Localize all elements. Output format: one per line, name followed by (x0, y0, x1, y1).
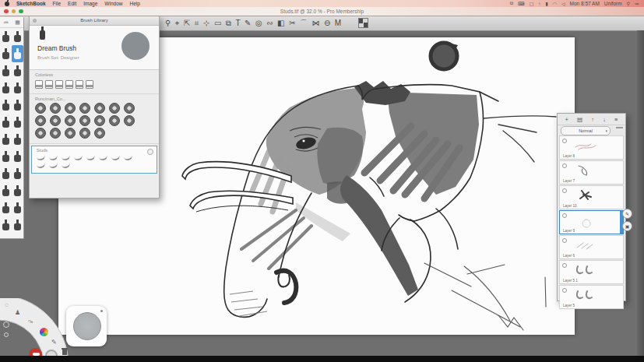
disc-brush-icon[interactable] (65, 128, 76, 139)
disc-brush-icon[interactable] (50, 128, 61, 139)
stroke-brush-icon[interactable] (73, 153, 83, 161)
brush-swatch[interactable] (12, 28, 23, 45)
disc-brush-icon[interactable] (79, 115, 90, 126)
layer-row[interactable]: Layer 7 (559, 160, 624, 185)
disc-brush-icon[interactable] (109, 103, 120, 114)
smudge-tool-icon[interactable]: ∾ (266, 19, 273, 27)
disc-brush-icon[interactable] (109, 115, 120, 126)
brush-swatch[interactable] (0, 165, 12, 182)
stroke-brush-icon[interactable] (48, 161, 58, 169)
shape-tool-icon[interactable]: ⊖ (324, 19, 330, 27)
layer-row[interactable]: Layer 6 (559, 235, 624, 259)
layer-row[interactable]: Layer 10 (559, 185, 624, 209)
brush-swatch[interactable] (0, 97, 12, 114)
bottle-brush-icon[interactable] (35, 79, 41, 89)
brush-swatch[interactable] (0, 148, 12, 165)
select-tool-icon[interactable]: ⌖ (175, 19, 180, 27)
brush-swatch[interactable] (12, 216, 23, 234)
bottle-brush-icon[interactable] (45, 79, 51, 89)
brush-swatch[interactable] (0, 79, 12, 97)
keyboard-icon[interactable]: ⌨ (518, 1, 525, 6)
brushes-tool-icon[interactable]: M (335, 19, 341, 27)
screen-mirroring-icon[interactable]: ⧉ (510, 1, 513, 6)
disc-brush-icon[interactable] (65, 115, 76, 126)
symmetry-tool-icon[interactable]: ⋈ (311, 19, 319, 27)
upload-icon[interactable]: ↑ (538, 2, 540, 6)
brush-swatch[interactable] (0, 28, 12, 45)
wifi-icon[interactable]: ◠ (553, 1, 557, 6)
size-ring-large[interactable] (3, 322, 9, 328)
notification-menu-icon[interactable]: ≔ (635, 1, 639, 6)
color-wheel-icon[interactable] (40, 328, 48, 336)
layer-visibility-icon[interactable] (562, 213, 567, 218)
palette-menu-icon[interactable]: ≔ (3, 19, 9, 26)
eraser-tool-icon[interactable]: ◎ (255, 19, 262, 27)
layer-visibility-icon[interactable] (562, 163, 567, 168)
battery-icon[interactable]: ▮ (545, 1, 547, 6)
brush-swatch[interactable] (0, 131, 12, 148)
people-icon[interactable]: ♟ (15, 309, 20, 316)
disc-brush-icon[interactable] (79, 103, 90, 114)
trash-icon[interactable] (62, 350, 67, 355)
brush-library-titlebar[interactable]: Brush Library (30, 16, 159, 26)
brush-swatch[interactable] (0, 45, 12, 62)
layer-visibility-icon[interactable] (562, 238, 567, 243)
window-title-bar[interactable]: Studs.tif @ 32.0 % - Pro Membership (0, 7, 644, 16)
disc-brush-icon[interactable] (94, 103, 105, 114)
stroke-brush-icon[interactable] (86, 153, 96, 161)
brush-swatch[interactable] (0, 114, 12, 131)
disc-brush-icon[interactable] (124, 115, 135, 126)
brush-swatch[interactable] (12, 62, 23, 79)
input-source[interactable]: Uniform (604, 1, 622, 6)
layer-visibility-icon[interactable] (562, 263, 567, 268)
rect-select-tool-icon[interactable]: ▭ (214, 19, 221, 27)
layer-row[interactable]: Layer 8 (559, 135, 624, 160)
volume-icon[interactable]: ◁ (561, 1, 565, 6)
zoom-tool-icon[interactable]: ⚲ (165, 19, 171, 27)
panel-close-icon[interactable] (33, 19, 37, 23)
palette-grid-icon[interactable]: ▦ (15, 19, 20, 26)
stroke-brush-icon[interactable] (111, 153, 121, 161)
brush-swatch[interactable] (0, 182, 12, 199)
brush-swatch[interactable] (12, 165, 23, 182)
disc-brush-icon[interactable] (35, 115, 46, 126)
stroke-brush-icon[interactable] (98, 153, 108, 161)
size-ring-small[interactable] (4, 332, 9, 337)
move-tool-icon[interactable]: ⇱ (184, 19, 190, 27)
brush-swatch[interactable] (12, 97, 23, 114)
brush-swatch[interactable] (12, 182, 23, 199)
menu-item-sketchbook[interactable]: SketchBook (16, 1, 46, 6)
folder-icon[interactable]: ▤ (577, 116, 582, 123)
add-layer-icon[interactable]: + (565, 116, 568, 123)
lock-layer-icon[interactable]: ▣ (622, 221, 632, 231)
stroke-brush-icon[interactable] (123, 153, 133, 161)
stroke-tool-icon[interactable]: ⌒ (300, 19, 308, 27)
blend-mode-dropdown[interactable]: Normal ▾ (561, 126, 611, 135)
disc-brush-icon[interactable] (79, 128, 90, 139)
layer-row[interactable]: Layer 5 1 (559, 260, 624, 284)
layer-visibility-icon[interactable] (562, 188, 567, 193)
disc-brush-icon[interactable] (94, 128, 105, 139)
bottle-brush-icon[interactable] (76, 79, 82, 89)
brush-swatch[interactable] (12, 131, 23, 148)
stroke-brush-icon[interactable] (36, 153, 46, 161)
apple-icon[interactable] (5, 2, 9, 6)
import-layer-icon[interactable]: ↑ (591, 116, 594, 123)
disc-brush-icon[interactable] (94, 115, 105, 126)
stroke-brush-icon[interactable] (61, 153, 71, 161)
stroke-brush-icon[interactable] (61, 161, 71, 169)
text-tool-icon[interactable]: T (235, 19, 240, 27)
edit-layer-icon[interactable]: ✎ (622, 209, 632, 219)
bottle-brush-icon[interactable] (86, 79, 92, 89)
menu-item-help[interactable]: Help (129, 1, 139, 6)
crop-tool-icon[interactable]: ⌗ (195, 19, 199, 27)
brush-swatch[interactable] (0, 199, 12, 216)
stroke-brush-icon[interactable] (48, 153, 58, 161)
section-circle-button[interactable] (147, 149, 153, 155)
menu-item-image[interactable]: Image (83, 1, 97, 6)
disc-brush-icon[interactable] (65, 103, 76, 114)
layer-row[interactable]: Layer 5 (559, 285, 624, 309)
layer-tool-icon[interactable]: ⧉ (226, 19, 231, 27)
disc-brush-icon[interactable] (124, 103, 135, 114)
bottle-brush-icon[interactable] (55, 79, 62, 89)
